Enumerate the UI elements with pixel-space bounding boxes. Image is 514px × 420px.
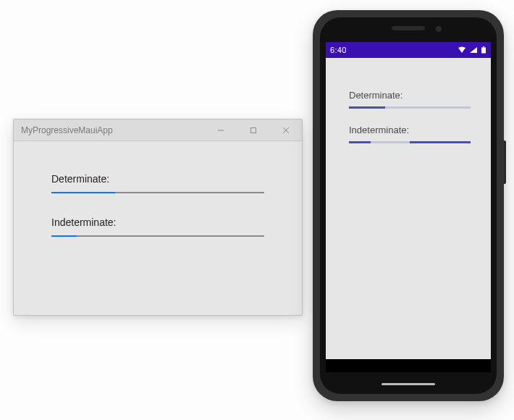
phone-screen: 6:40 Determinate: Indeterminate:: [326, 42, 491, 372]
wifi-icon: [458, 46, 466, 54]
close-icon: [282, 127, 290, 134]
desktop-window: MyProgressiveMauiApp Determinate: Indete…: [13, 119, 303, 316]
phone-camera: [436, 26, 442, 32]
phone-side-button: [504, 140, 506, 184]
minimize-button[interactable]: [204, 119, 237, 141]
phone-device: 6:40 Determinate: Indeterminate:: [313, 10, 504, 401]
minimize-icon: [217, 127, 224, 134]
determinate-progressbar-fill: [51, 192, 115, 193]
svg-rect-1: [250, 127, 256, 133]
phone-bezel: 6:40 Determinate: Indeterminate:: [320, 17, 497, 394]
phone-determinate-label: Determinate:: [349, 90, 471, 101]
close-button[interactable]: [269, 119, 302, 141]
signal-icon: [469, 46, 478, 54]
phone-indeterminate-progressbar-fill-a: [349, 141, 371, 143]
statusbar-time: 6:40: [330, 46, 455, 54]
determinate-label: Determinate:: [51, 173, 264, 185]
indeterminate-label: Indeterminate:: [51, 217, 264, 228]
svg-rect-4: [481, 48, 486, 54]
window-content: Determinate: Indeterminate:: [14, 141, 302, 315]
phone-earpiece: [392, 26, 425, 30]
svg-rect-5: [483, 46, 484, 48]
window-title: MyProgressiveMauiApp: [21, 125, 204, 135]
maximize-button[interactable]: [237, 119, 269, 141]
phone-indeterminate-label: Indeterminate:: [349, 125, 471, 135]
determinate-progressbar: [51, 192, 264, 193]
android-statusbar: 6:40: [326, 42, 491, 58]
phone-home-indicator: [382, 383, 435, 385]
indeterminate-progressbar-fill: [51, 235, 77, 237]
battery-icon: [481, 46, 486, 54]
maximize-icon: [250, 127, 257, 134]
phone-determinate-progressbar-fill: [349, 106, 385, 109]
phone-indeterminate-progressbar: [349, 141, 471, 143]
window-titlebar[interactable]: MyProgressiveMauiApp: [14, 119, 302, 141]
indeterminate-progressbar: [51, 235, 264, 237]
phone-determinate-progressbar: [349, 106, 471, 109]
phone-content: Determinate: Indeterminate:: [326, 58, 491, 359]
android-navbar[interactable]: [326, 359, 491, 372]
phone-indeterminate-progressbar-fill-b: [410, 141, 471, 143]
